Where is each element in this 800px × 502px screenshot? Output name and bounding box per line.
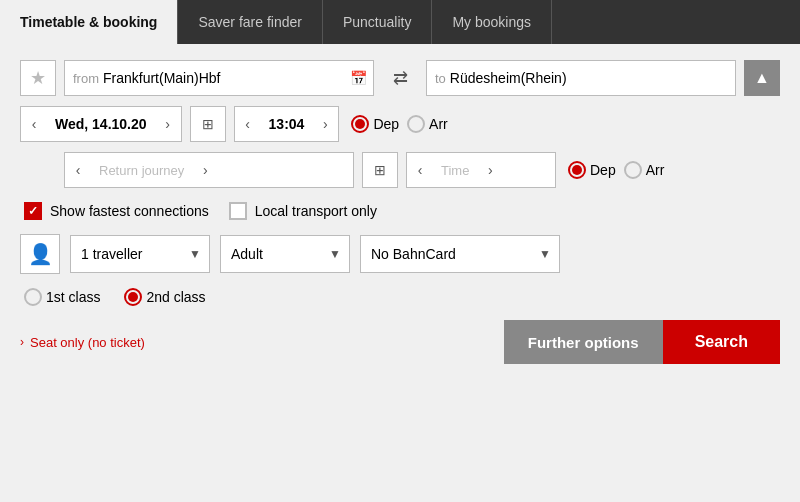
seat-only-link[interactable]: › Seat only (no ticket) (20, 335, 145, 350)
from-prefix-label: from (65, 71, 99, 86)
return-departure-radio[interactable] (568, 161, 586, 179)
traveller-row: 👤 1 traveller 2 travellers 3 travellers … (20, 234, 780, 274)
time-nav-box: ‹ 13:04 › (234, 106, 340, 142)
traveller-icon: 👤 (20, 234, 60, 274)
first-class-radio[interactable] (24, 288, 42, 306)
departure-radio[interactable] (351, 115, 369, 133)
action-buttons: Further options Search (504, 320, 780, 364)
arrival-radio-label[interactable]: Arr (407, 115, 448, 133)
favorite-button[interactable]: ★ (20, 60, 56, 96)
date-nav-box: ‹ Wed, 14.10.20 › (20, 106, 182, 142)
return-arrival-radio-label[interactable]: Arr (624, 161, 665, 179)
return-date-nav-box: ‹ Return journey › (64, 152, 354, 188)
main-content: ★ from 📅 ⇄ to ▲ ‹ Wed, 14.10.20 › ⊞ ‹ 13… (0, 44, 800, 376)
tab-my-bookings[interactable]: My bookings (432, 0, 552, 44)
second-class-label[interactable]: 2nd class (124, 288, 205, 306)
chevron-right-icon: › (20, 335, 24, 349)
departure-radio-label[interactable]: Dep (351, 115, 399, 133)
arrival-radio[interactable] (407, 115, 425, 133)
second-class-radio[interactable] (124, 288, 142, 306)
calendar-from-icon[interactable]: 📅 (343, 61, 373, 95)
first-class-text: 1st class (46, 289, 100, 305)
date-value: Wed, 14.10.20 (47, 116, 155, 132)
return-time-next-button[interactable]: › (477, 153, 503, 187)
tab-punctuality[interactable]: Punctuality (323, 0, 432, 44)
swap-button[interactable]: ⇄ (382, 60, 418, 96)
local-transport-text: Local transport only (255, 203, 377, 219)
class-row: 1st class 2nd class (20, 288, 780, 306)
to-input[interactable] (446, 70, 735, 86)
return-dep-arr-group: Dep Arr (568, 161, 664, 179)
date-time-row: ‹ Wed, 14.10.20 › ⊞ ‹ 13:04 › Dep Arr (20, 106, 780, 142)
calendar-button[interactable]: ⊞ (190, 106, 226, 142)
show-fastest-text: Show fastest connections (50, 203, 209, 219)
search-button[interactable]: Search (663, 320, 780, 364)
tab-saver[interactable]: Saver fare finder (178, 0, 323, 44)
dep-arr-group: Dep Arr (351, 115, 447, 133)
return-departure-radio-label[interactable]: Dep (568, 161, 616, 179)
first-class-label[interactable]: 1st class (24, 288, 100, 306)
tab-timetable[interactable]: Timetable & booking (0, 0, 178, 44)
from-to-row: ★ from 📅 ⇄ to ▲ (20, 60, 780, 96)
return-time-placeholder: Time (433, 163, 477, 178)
return-row: ‹ Return journey › ⊞ ‹ Time › Dep Arr (20, 152, 780, 188)
show-fastest-checkbox[interactable] (24, 202, 42, 220)
from-input[interactable] (99, 70, 343, 86)
to-prefix-label: to (427, 71, 446, 86)
traveller-select-wrap: 1 traveller 2 travellers 3 travellers ▼ (70, 235, 210, 273)
time-prev-button[interactable]: ‹ (235, 107, 261, 141)
return-time-prev-button[interactable]: ‹ (407, 153, 433, 187)
seat-only-label: Seat only (no ticket) (30, 335, 145, 350)
date-prev-button[interactable]: ‹ (21, 107, 47, 141)
bottom-row: › Seat only (no ticket) Further options … (20, 320, 780, 364)
return-next-button[interactable]: › (192, 153, 218, 187)
further-options-button[interactable]: Further options (504, 320, 663, 364)
time-value: 13:04 (261, 116, 313, 132)
traveller-select[interactable]: 1 traveller 2 travellers 3 travellers (71, 236, 209, 272)
age-group-select[interactable]: Adult Child Senior (221, 236, 349, 272)
to-field-wrap: to (426, 60, 736, 96)
bahncard-select[interactable]: No BahnCard BahnCard 25 BahnCard 50 Bahn… (361, 236, 559, 272)
local-transport-checkbox[interactable] (229, 202, 247, 220)
second-class-text: 2nd class (146, 289, 205, 305)
bahncard-select-wrap: No BahnCard BahnCard 25 BahnCard 50 Bahn… (360, 235, 560, 273)
local-transport-label[interactable]: Local transport only (229, 202, 377, 220)
options-row: Show fastest connections Local transport… (20, 202, 780, 220)
date-next-button[interactable]: › (155, 107, 181, 141)
collapse-button[interactable]: ▲ (744, 60, 780, 96)
time-next-button[interactable]: › (312, 107, 338, 141)
return-prev-button[interactable]: ‹ (65, 153, 91, 187)
show-fastest-label[interactable]: Show fastest connections (24, 202, 209, 220)
return-placeholder: Return journey (91, 163, 192, 178)
tab-bar: Timetable & booking Saver fare finder Pu… (0, 0, 800, 44)
return-calendar-button[interactable]: ⊞ (362, 152, 398, 188)
return-time-nav-box: ‹ Time › (406, 152, 556, 188)
from-field-wrap: from 📅 (64, 60, 374, 96)
age-group-select-wrap: Adult Child Senior ▼ (220, 235, 350, 273)
return-arrival-radio[interactable] (624, 161, 642, 179)
